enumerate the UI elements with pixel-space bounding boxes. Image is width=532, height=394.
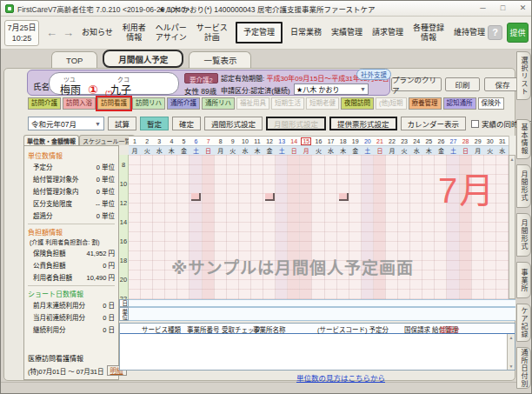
left-tab-units-amount-info[interactable]: 単位数・金額情報: [23, 135, 79, 145]
calendar-date-2[interactable]: 2: [141, 137, 153, 145]
calendar-date-30[interactable]: 30: [484, 137, 496, 145]
service-button-dayservice-care[interactable]: 通所介護: [167, 97, 200, 110]
calendar-date-5[interactable]: 5: [177, 137, 190, 145]
calendar-date-7[interactable]: 7: [203, 137, 215, 145]
side-tab-monthly-format-2[interactable]: 月間形式: [516, 213, 531, 257]
nav-item-service-plan[interactable]: サービス 計画: [195, 22, 229, 43]
calendar-date-25[interactable]: 25: [422, 137, 435, 145]
side-tab-office[interactable]: 事業所: [516, 262, 531, 298]
calendar-date-9[interactable]: 9: [227, 137, 239, 145]
calendar-date-20[interactable]: 20: [362, 137, 374, 145]
calendar-date-19[interactable]: 19: [349, 137, 362, 145]
calendar-day-column-3[interactable]: [153, 155, 165, 299]
nav-item-results-management[interactable]: 実績管理: [329, 26, 364, 38]
calendar-date-29[interactable]: 29: [472, 137, 484, 145]
help-button[interactable]: ?: [488, 25, 502, 40]
provide-button[interactable]: 提供: [507, 23, 529, 43]
nav-item-maintenance[interactable]: 維持管理: [452, 26, 487, 38]
nav-item-schedule-management[interactable]: 予定管理: [236, 22, 283, 43]
show-results-checkbox[interactable]: [471, 120, 479, 128]
side-tab-monthly-format-1[interactable]: 月間形式: [516, 164, 531, 208]
calendar-date-13[interactable]: 13: [276, 137, 288, 145]
trial-calc-button[interactable]: 試算: [108, 117, 136, 130]
calendar-date-26[interactable]: 26: [435, 137, 447, 145]
medical-title: 医療訪問看護情報: [28, 353, 115, 363]
forward-arrow-icon[interactable]: →: [63, 26, 74, 39]
calendar-date-23[interactable]: 23: [398, 137, 410, 145]
appointment-block-3[interactable]: [339, 193, 349, 201]
calendar-scrollbar[interactable]: ▲: [509, 155, 515, 299]
calendar-date-16[interactable]: 16: [312, 137, 324, 145]
maximize-button[interactable]: □: [496, 2, 509, 15]
calendar-date-28[interactable]: 28: [460, 137, 472, 145]
calendar-date-12[interactable]: 12: [263, 137, 276, 145]
provisional-button[interactable]: 暫定: [140, 117, 169, 130]
calendar-date-21[interactable]: 21: [374, 137, 386, 145]
calendar-date-3[interactable]: 3: [153, 137, 165, 145]
month-select[interactable]: 令和元年07月 ▼: [28, 117, 104, 130]
plan-clear-button[interactable]: プランのクリア: [391, 77, 442, 91]
side-tab-basic-info[interactable]: 基本情報: [516, 119, 531, 159]
patient-name-field[interactable]: ツユ クコ 梅雨 九子: [49, 72, 179, 95]
calendar-day-column-31[interactable]: [496, 155, 509, 299]
calendar-view-button[interactable]: カレンダー表示: [401, 117, 467, 130]
tab-top[interactable]: TOP: [51, 51, 97, 68]
save-button[interactable]: 保存: [484, 77, 521, 91]
calendar-day-column-25[interactable]: [422, 155, 435, 299]
service-button-visit-care[interactable]: 訪問介護: [28, 97, 61, 110]
nav-item-notice[interactable]: お知らせ: [80, 26, 115, 38]
calendar-day-column-2[interactable]: [141, 155, 153, 299]
close-button[interactable]: ✕: [516, 2, 529, 15]
nav-item-registration-info[interactable]: 各種登録 情報: [411, 22, 446, 43]
scroll-down-icon[interactable]: ▼: [508, 364, 515, 369]
service-button-non-insurance[interactable]: 保険外: [478, 97, 505, 110]
service-button-welfare-equipment: 福祉用具: [236, 97, 269, 110]
calendar-date-18[interactable]: 18: [337, 137, 349, 145]
side-tab-selection-list[interactable]: 選択リスト: [516, 51, 531, 100]
offer-sheet-format-button[interactable]: 提供票形式設定: [329, 117, 397, 130]
service-button-medical-care-mgmt[interactable]: 療養管理: [409, 97, 442, 110]
service-button-dementia-dayservice[interactable]: 認知通所: [443, 97, 476, 110]
calendar-date-22[interactable]: 22: [386, 137, 398, 145]
calendar-day-column-1[interactable]: [129, 155, 141, 299]
minimize-button[interactable]: ─: [476, 2, 489, 15]
back-arrow-icon[interactable]: ←: [46, 26, 57, 39]
nav-item-daily-work[interactable]: 日常業務: [289, 26, 323, 38]
tab-list-view[interactable]: 一覧表示: [189, 51, 251, 68]
print-button[interactable]: 印刷: [445, 77, 480, 91]
appointment-block-2[interactable]: [265, 193, 275, 201]
weekly-format-button[interactable]: 週間形式設定: [204, 117, 263, 130]
calendar-date-10[interactable]: 10: [239, 137, 251, 145]
service-button-visit-bath[interactable]: 訪問入浴: [63, 97, 96, 110]
service-button-visit-rehab[interactable]: 訪問リハ: [132, 97, 165, 110]
calendar-date-8[interactable]: 8: [215, 137, 227, 145]
appointment-block-1[interactable]: [191, 193, 201, 201]
calendar-date-17[interactable]: 17: [325, 137, 337, 145]
calendar-date-6[interactable]: 6: [190, 137, 202, 145]
table-scrollbar[interactable]: ▲ ▼: [507, 334, 515, 370]
calendar-date-4[interactable]: 4: [165, 137, 177, 145]
nav-item-billing-management[interactable]: 請求管理: [370, 26, 405, 38]
calendar-date-1[interactable]: 1: [129, 137, 141, 145]
confirm-button[interactable]: 確定: [172, 117, 201, 130]
service-button-night-visit[interactable]: 夜間訪問: [341, 97, 374, 110]
calendar-date-15[interactable]: 15: [300, 137, 312, 145]
side-tab-dayservice-by-date[interactable]: 通所日付別: [516, 347, 531, 389]
nav-item-helper-assign[interactable]: ヘルパー アサイン: [154, 22, 189, 43]
nav-item-user-info[interactable]: 利用者 情報: [121, 22, 148, 43]
calendar-date-24[interactable]: 24: [410, 137, 422, 145]
side-tab-care-record[interactable]: ケア記録: [516, 304, 531, 342]
service-button-visit-nursing[interactable]: 訪問看護: [97, 97, 130, 110]
calendar-date-27[interactable]: 27: [447, 137, 459, 145]
care-manager-select[interactable]: ★八木 かおり ▼: [294, 83, 369, 95]
calendar-date-31[interactable]: 31: [496, 137, 509, 145]
calendar-date-11[interactable]: 11: [251, 137, 263, 145]
hour-label-10: 10: [119, 180, 128, 188]
calendar-date-14[interactable]: 14: [288, 137, 300, 145]
calendar-weekday-11: 木: [251, 146, 263, 155]
tab-monthly-personal-schedule[interactable]: 月間個人予定: [103, 50, 183, 68]
scroll-up-icon[interactable]: ▲: [508, 335, 515, 340]
service-button-dayservice-rehab[interactable]: 通所リハ: [202, 97, 235, 110]
left-tab-schedule-list[interactable]: スケジュール一覧: [79, 135, 135, 145]
units-help-link[interactable]: 単位数の見方はこちらから: [296, 372, 385, 383]
